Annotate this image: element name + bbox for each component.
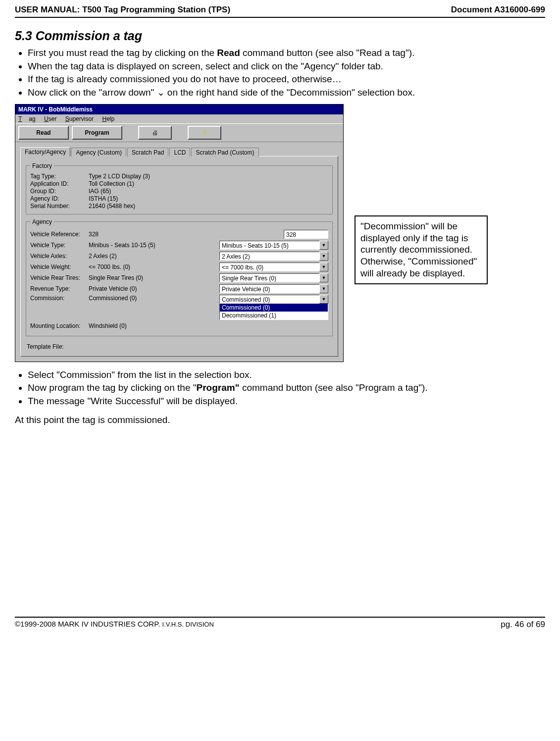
- tab-panel: Factory Tag Type:Type 2 LCD Display (3) …: [20, 156, 338, 357]
- label-tag-type: Tag Type:: [30, 173, 89, 180]
- label-agency-id: Agency ID:: [30, 195, 89, 202]
- tab-factory-agency[interactable]: Factory/Agency: [20, 147, 70, 157]
- label-vehicle-reference: Vehicle Reference:: [30, 231, 89, 238]
- value-application-id: Toll Collection (1): [89, 180, 134, 187]
- bullets-bottom: Select "Commission" from the list in the…: [15, 369, 545, 408]
- menu-help[interactable]: Help: [102, 115, 114, 122]
- label-mounting-location: Mounting Location:: [30, 322, 89, 329]
- combo-vehicle-type[interactable]: Minibus - Seats 10-15 (5)▼: [219, 241, 328, 250]
- value-revenue-type: Private Vehicle (0): [89, 285, 168, 292]
- help-button[interactable]: ?: [188, 126, 221, 140]
- label-revenue-type: Revenue Type:: [30, 285, 89, 292]
- chevron-down-icon[interactable]: ▼: [319, 263, 328, 271]
- value-vehicle-rear-tires: Single Rear Tires (0): [89, 274, 168, 281]
- label-application-id: Application ID:: [30, 180, 89, 187]
- footer-left: ©1999-2008 MARK IV INDUSTRIES CORP. I.V.…: [15, 620, 214, 630]
- header-rule: [15, 17, 545, 18]
- value-vehicle-reference: 328: [89, 231, 168, 238]
- menubar: Tag User Supervisor Help: [15, 114, 343, 123]
- window-titlebar: MARK IV - BobMiddlemiss: [15, 105, 343, 114]
- chevron-down-icon[interactable]: ▼: [319, 241, 328, 250]
- label-group-id: Group ID:: [30, 188, 89, 195]
- template-file-label: Template File:: [26, 340, 333, 351]
- label-commission: Commission:: [30, 295, 89, 302]
- combo-vehicle-weight[interactable]: <= 7000 lbs. (0)▼: [219, 263, 328, 271]
- combo-vehicle-axles[interactable]: 2 Axles (2)▼: [219, 252, 328, 261]
- tab-lcd[interactable]: LCD: [169, 148, 190, 157]
- app-window: MARK IV - BobMiddlemiss Tag User Supervi…: [15, 104, 344, 362]
- program-button[interactable]: Program: [72, 126, 122, 140]
- footer-rule: [15, 617, 545, 618]
- value-tag-type: Type 2 LCD Display (3): [89, 173, 150, 180]
- tab-agency-custom[interactable]: Agency (Custom): [71, 148, 126, 157]
- chevron-down-icon[interactable]: ▼: [319, 284, 328, 293]
- page-header: USER MANUAL: T500 Tag Programming Statio…: [15, 5, 545, 16]
- section-heading: 5.3 Commission a tag: [15, 29, 545, 43]
- chevron-down-icon[interactable]: ▼: [319, 252, 328, 261]
- bullet-item: Select "Commission" from the list in the…: [28, 369, 545, 381]
- value-vehicle-axles: 2 Axles (2): [89, 253, 168, 260]
- chevron-down-icon[interactable]: ▼: [319, 273, 328, 282]
- input-vehicle-reference[interactable]: 328: [284, 230, 328, 239]
- help-icon: ?: [203, 129, 206, 136]
- menu-tag[interactable]: Tag: [18, 115, 36, 122]
- label-vehicle-weight: Vehicle Weight:: [30, 264, 89, 270]
- agency-legend: Agency: [30, 218, 54, 225]
- value-serial-number: 21640 (5488 hex): [89, 203, 135, 210]
- factory-legend: Factory: [30, 162, 54, 169]
- value-mounting-location: Windshield (0): [89, 322, 168, 329]
- menu-user[interactable]: User: [44, 115, 56, 122]
- read-button[interactable]: Read: [18, 126, 69, 140]
- chevron-down-icon[interactable]: ▼: [319, 295, 328, 304]
- closing-paragraph: At this point the tag is commissioned.: [15, 415, 545, 425]
- label-vehicle-axles: Vehicle Axles:: [30, 253, 89, 260]
- header-left: USER MANUAL: T500 Tag Programming Statio…: [15, 5, 230, 15]
- page-footer: ©1999-2008 MARK IV INDUSTRIES CORP. I.V.…: [15, 619, 545, 630]
- footer-right: pg. 46 of 69: [501, 620, 545, 630]
- factory-group: Factory Tag Type:Type 2 LCD Display (3) …: [26, 162, 333, 214]
- value-group-id: IAG (65): [89, 188, 111, 195]
- bullet-item: Now click on the "arrow down" ⌄ on the r…: [28, 87, 545, 99]
- bullet-item: When the tag data is displayed on screen…: [28, 60, 545, 73]
- callout-box: "Decommission" will be displayed only if…: [355, 215, 488, 284]
- commission-dropdown-list: Commissioned (0) Decommissioned (1): [219, 304, 328, 320]
- combo-revenue-type[interactable]: Private Vehicle (0)▼: [219, 284, 328, 293]
- value-vehicle-type: Minibus - Seats 10-15 (5): [89, 242, 168, 249]
- bullets-top: First you must read the tag by clicking …: [15, 47, 545, 99]
- tab-scratch-pad-custom[interactable]: Scratch Pad (Custom): [191, 148, 258, 157]
- bullet-item: First you must read the tag by clicking …: [28, 47, 545, 59]
- tabstrip: Factory/Agency Agency (Custom) Scratch P…: [20, 147, 338, 157]
- label-vehicle-rear-tires: Vehicle Rear Tires:: [30, 274, 89, 281]
- bullet-item: Now program the tag by clicking on the "…: [28, 382, 545, 394]
- combo-commission[interactable]: Commissioned (0)▼: [219, 295, 328, 304]
- toolbar: Read Program 🖨 ?: [15, 123, 343, 142]
- bullet-item: The message "Write Successful" will be d…: [28, 395, 545, 408]
- label-vehicle-type: Vehicle Type:: [30, 242, 89, 249]
- tab-scratch-pad[interactable]: Scratch Pad: [127, 148, 168, 157]
- agency-group: Agency Vehicle Reference: 328 328 Vehicl…: [26, 218, 333, 336]
- commission-option-decommissioned[interactable]: Decommissioned (1): [220, 312, 328, 319]
- value-agency-id: ISTHA (15): [89, 195, 118, 202]
- print-button[interactable]: 🖨: [138, 126, 172, 140]
- bullet-item: If the tag is already commissioned you d…: [28, 73, 545, 86]
- commission-option-commissioned[interactable]: Commissioned (0): [220, 304, 328, 312]
- menu-supervisor[interactable]: Supervisor: [65, 115, 94, 122]
- combo-vehicle-rear-tires[interactable]: Single Rear Tires (0)▼: [219, 273, 328, 282]
- printer-icon: 🖨: [152, 129, 158, 136]
- value-vehicle-weight: <= 7000 lbs. (0): [89, 264, 168, 270]
- header-right: Document A316000-699: [451, 5, 545, 15]
- value-commission: Commissioned (0): [89, 295, 168, 302]
- label-serial-number: Serial Number:: [30, 203, 89, 210]
